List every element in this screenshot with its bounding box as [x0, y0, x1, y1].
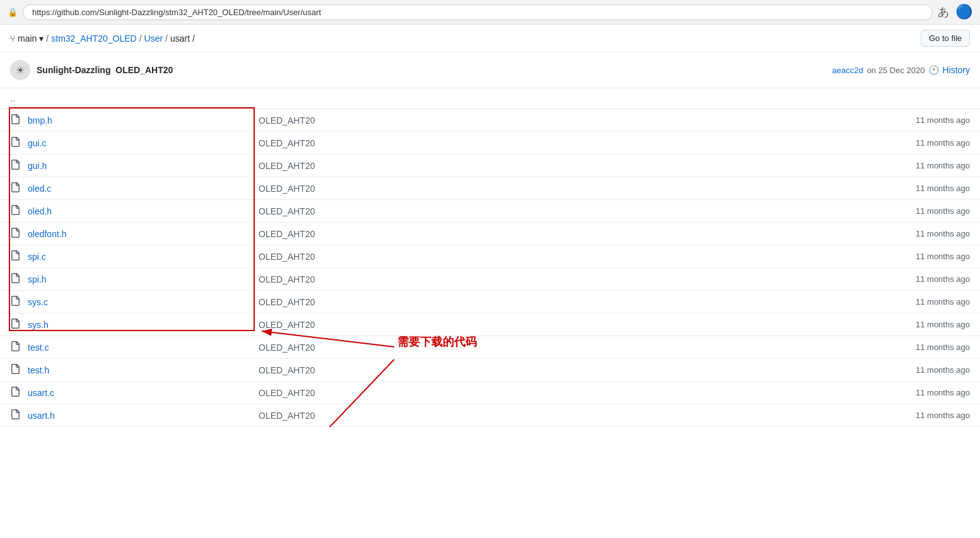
file-name-link[interactable]: oled.c: [28, 184, 248, 194]
file-icon: [10, 205, 23, 217]
file-time: 11 months ago: [916, 206, 970, 216]
branch-icon: ⑂: [10, 33, 15, 44]
file-time: 11 months ago: [916, 411, 970, 420]
table-row: gui.h OLED_AHT20 11 months ago: [0, 155, 980, 177]
file-message: OLED_AHT20: [248, 297, 916, 307]
file-icon: [10, 364, 23, 376]
repo-meta: aeacc2d on 25 Dec 2020 🕐 History: [832, 65, 970, 75]
repo-owner[interactable]: Sunlight-Dazzling: [37, 65, 110, 75]
file-message: OLED_AHT20: [248, 206, 916, 216]
file-message: OLED_AHT20: [248, 138, 916, 148]
file-message: OLED_AHT20: [248, 161, 916, 171]
file-message: OLED_AHT20: [248, 388, 916, 398]
table-row: oled.h OLED_AHT20 11 months ago: [0, 200, 980, 223]
lock-icon: 🔒: [8, 8, 18, 17]
file-message: OLED_AHT20: [248, 365, 916, 375]
file-message: OLED_AHT20: [248, 320, 916, 330]
branch-selector[interactable]: ⑂ main ▾: [10, 33, 44, 44]
file-icon: [10, 228, 23, 240]
file-name-link[interactable]: test.c: [28, 342, 248, 353]
history-button[interactable]: 🕐 History: [928, 65, 970, 75]
file-icon: [10, 341, 23, 353]
clock-icon: 🕐: [928, 65, 939, 75]
file-name-link[interactable]: gui.c: [28, 138, 248, 148]
table-row: test.h OLED_AHT20 11 months ago: [0, 359, 980, 382]
translate-icon[interactable]: あ: [938, 4, 949, 20]
file-name-link[interactable]: oledfont.h: [28, 229, 248, 239]
file-name-link[interactable]: sys.h: [28, 320, 248, 330]
file-time: 11 months ago: [916, 115, 970, 125]
extensions-icon[interactable]: 🔵: [955, 4, 972, 20]
file-icon: [10, 137, 23, 149]
file-time: 11 months ago: [916, 184, 970, 193]
file-icon: [10, 409, 23, 421]
breadcrumb: ⑂ main ▾ / stm32_AHT20_OLED / User / usa…: [10, 33, 195, 44]
file-message: OLED_AHT20: [248, 411, 916, 421]
table-row: sys.h OLED_AHT20 11 months ago: [0, 313, 980, 336]
file-message: OLED_AHT20: [248, 229, 916, 239]
table-row: test.c OLED_AHT20 11 months ago: [0, 336, 980, 359]
avatar: ☀: [10, 60, 30, 80]
file-name-link[interactable]: bmp.h: [28, 115, 248, 126]
repo-info: ☀ Sunlight-Dazzling OLED_AHT20: [10, 60, 173, 80]
file-icon: [10, 273, 23, 285]
file-rows: bmp.h OLED_AHT20 11 months ago gui.c OLE…: [0, 109, 980, 427]
file-icon: [10, 250, 23, 262]
parent-dir-link[interactable]: ..: [0, 88, 980, 109]
folder2-breadcrumb: usart /: [170, 33, 195, 44]
file-message: OLED_AHT20: [248, 342, 916, 353]
file-message: OLED_AHT20: [248, 274, 916, 284]
file-icon: [10, 387, 23, 399]
table-row: oled.c OLED_AHT20 11 months ago: [0, 177, 980, 200]
file-time: 11 months ago: [916, 252, 970, 261]
file-time: 11 months ago: [916, 320, 970, 329]
table-row: bmp.h OLED_AHT20 11 months ago: [0, 109, 980, 132]
file-icon: [10, 114, 23, 126]
commit-hash-link[interactable]: aeacc2d: [832, 66, 863, 75]
browser-icons: あ 🔵: [938, 4, 972, 20]
commit-date: on 25 Dec 2020: [867, 66, 925, 75]
file-name-link[interactable]: test.h: [28, 365, 248, 375]
file-icon: [10, 319, 23, 330]
file-icon: [10, 182, 23, 194]
go-to-file-button[interactable]: Go to file: [921, 30, 970, 47]
file-icon: [10, 296, 23, 308]
avatar-icon: ☀: [16, 64, 25, 76]
repo-name-display: Sunlight-Dazzling OLED_AHT20: [37, 65, 173, 75]
url-bar[interactable]: https://github.com/Sunlight-Dazzling/stm…: [23, 4, 933, 20]
file-name-link[interactable]: usart.h: [28, 411, 248, 421]
breadcrumb-bar: ⑂ main ▾ / stm32_AHT20_OLED / User / usa…: [0, 25, 980, 52]
file-message: OLED_AHT20: [248, 115, 916, 126]
repo-header: ☀ Sunlight-Dazzling OLED_AHT20 aeacc2d o…: [0, 52, 980, 88]
file-name-link[interactable]: sys.c: [28, 297, 248, 307]
branch-chevron-icon: ▾: [39, 33, 44, 44]
file-name-link[interactable]: gui.h: [28, 161, 248, 171]
folder1-breadcrumb-link[interactable]: User: [144, 33, 163, 44]
file-icon: [10, 160, 23, 172]
file-time: 11 months ago: [916, 388, 970, 397]
file-time: 11 months ago: [916, 161, 970, 170]
table-row: spi.h OLED_AHT20 11 months ago: [0, 268, 980, 291]
table-row: oledfont.h OLED_AHT20 11 months ago: [0, 223, 980, 245]
file-name-link[interactable]: spi.h: [28, 274, 248, 284]
table-row: spi.c OLED_AHT20 11 months ago: [0, 245, 980, 268]
file-time: 11 months ago: [916, 274, 970, 284]
table-row: usart.h OLED_AHT20 11 months ago: [0, 404, 980, 427]
repo-title[interactable]: OLED_AHT20: [115, 65, 173, 75]
file-time: 11 months ago: [916, 365, 970, 375]
file-name-link[interactable]: spi.c: [28, 252, 248, 262]
table-row: gui.c OLED_AHT20 11 months ago: [0, 132, 980, 155]
file-message: OLED_AHT20: [248, 252, 916, 262]
file-time: 11 months ago: [916, 138, 970, 148]
file-time: 11 months ago: [916, 297, 970, 307]
file-time: 11 months ago: [916, 229, 970, 238]
table-row: usart.c OLED_AHT20 11 months ago: [0, 382, 980, 404]
table-row: sys.c OLED_AHT20 11 months ago: [0, 291, 980, 313]
browser-bar: 🔒 https://github.com/Sunlight-Dazzling/s…: [0, 0, 980, 25]
repo-breadcrumb-link[interactable]: stm32_AHT20_OLED: [51, 33, 136, 44]
file-list-container: .. bmp.h OLED_AHT20 11 months ago gui.c …: [0, 88, 980, 427]
file-time: 11 months ago: [916, 342, 970, 352]
file-name-link[interactable]: oled.h: [28, 206, 248, 216]
file-message: OLED_AHT20: [248, 184, 916, 194]
file-name-link[interactable]: usart.c: [28, 388, 248, 398]
